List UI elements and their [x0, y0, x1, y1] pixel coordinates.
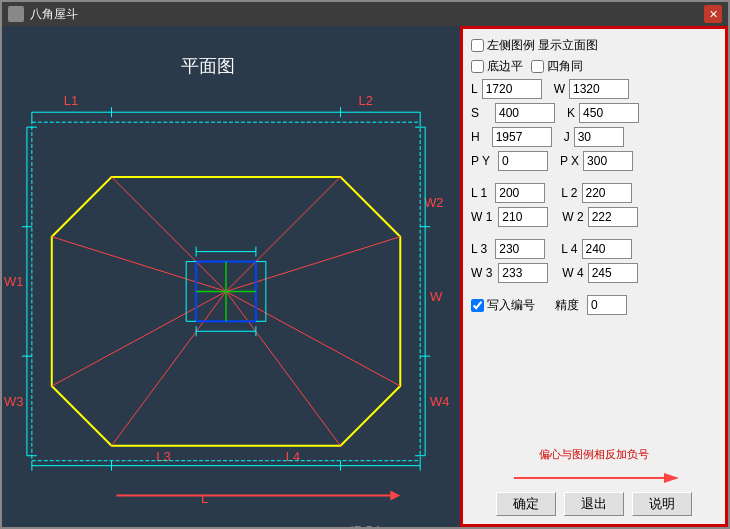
help-button[interactable]: 说明 [632, 492, 692, 516]
plan-title: 平面图 [181, 56, 235, 76]
lw-row: L W [471, 79, 717, 99]
l4-label: L 4 [561, 242, 577, 256]
w3-label: W 3 [471, 266, 492, 280]
svg-text:W2: W2 [424, 195, 443, 210]
bottom-flat-item[interactable]: 底边平 [471, 58, 523, 75]
l3-input[interactable] [495, 239, 545, 259]
left-side-label: 左侧图例 显示立面图 [487, 37, 598, 54]
four-corners-checkbox[interactable] [531, 60, 544, 73]
arrow-svg [504, 468, 684, 488]
write-number-label: 写入编号 [487, 297, 535, 314]
l2-label: L 2 [561, 186, 577, 200]
arrow-row [471, 468, 717, 488]
w1w2-row: W 1 W 2 [471, 207, 717, 227]
offset-note: 偏心与图例相反加负号 [471, 447, 717, 462]
left-side-row: 左侧图例 显示立面图 [471, 37, 717, 54]
l-input[interactable] [482, 79, 542, 99]
px-label: P X [560, 154, 579, 168]
k-label: K [567, 106, 575, 120]
w1-label: W 1 [471, 210, 492, 224]
px-input[interactable] [583, 151, 633, 171]
w4-input[interactable] [588, 263, 638, 283]
l1-input[interactable] [495, 183, 545, 203]
j-input[interactable] [574, 127, 624, 147]
l-label: L [471, 82, 478, 96]
button-row: 确定 退出 说明 [471, 492, 717, 516]
h-input[interactable] [492, 127, 552, 147]
right-panel: 左侧图例 显示立面图 底边平 四角同 L W [460, 26, 728, 527]
svg-text:L: L [201, 492, 208, 507]
write-number-checkbox[interactable] [471, 299, 484, 312]
precision-item: 精度 [555, 295, 627, 315]
svg-text:L4: L4 [286, 449, 300, 464]
l4-input[interactable] [582, 239, 632, 259]
main-window: 八角屋斗 ✕ 平面图 L1 L2 W2 [0, 0, 730, 529]
four-corners-label: 四角同 [547, 58, 583, 75]
svg-text:IR BA: IR BA [350, 524, 381, 527]
cad-drawing: 平面图 L1 L2 W2 [2, 26, 460, 527]
j-label: J [564, 130, 570, 144]
w-label: W [554, 82, 565, 96]
l1-label: L 1 [471, 186, 487, 200]
py-input[interactable] [498, 151, 548, 171]
s-input[interactable] [495, 103, 555, 123]
h-label: H [471, 130, 480, 144]
s-label: S [471, 106, 479, 120]
svg-text:L1: L1 [64, 93, 78, 108]
w2-input[interactable] [588, 207, 638, 227]
w4-label: W 4 [562, 266, 583, 280]
bottom-section: 偏心与图例相反加负号 确定 退出 说明 [471, 447, 717, 516]
write-precision-row: 写入编号 精度 [471, 295, 717, 315]
hj-row: H J [471, 127, 717, 147]
drawing-area: 平面图 L1 L2 W2 [2, 26, 460, 527]
svg-marker-60 [664, 473, 679, 483]
left-side-checkbox[interactable] [471, 39, 484, 52]
title-bar: 八角屋斗 ✕ [2, 2, 728, 26]
precision-label: 精度 [555, 297, 579, 314]
svg-text:L2: L2 [358, 93, 372, 108]
w3-input[interactable] [498, 263, 548, 283]
options-row: 底边平 四角同 [471, 58, 717, 75]
svg-text:W1: W1 [4, 274, 23, 289]
bottom-flat-label: 底边平 [487, 58, 523, 75]
title-icon [8, 6, 24, 22]
svg-text:W3: W3 [4, 394, 23, 409]
pypx-row: P Y P X [471, 151, 717, 171]
svg-text:W4: W4 [430, 394, 449, 409]
window-title: 八角屋斗 [30, 6, 698, 23]
content-area: 平面图 L1 L2 W2 [2, 26, 728, 527]
svg-text:W: W [430, 289, 443, 304]
l2-input[interactable] [582, 183, 632, 203]
four-corners-item[interactable]: 四角同 [531, 58, 583, 75]
l3-label: L 3 [471, 242, 487, 256]
left-side-checkbox-item[interactable]: 左侧图例 显示立面图 [471, 37, 598, 54]
svg-text:L3: L3 [156, 449, 170, 464]
w3w4-row: W 3 W 4 [471, 263, 717, 283]
w-input[interactable] [569, 79, 629, 99]
sk-row: S K [471, 103, 717, 123]
l1l2-row: L 1 L 2 [471, 183, 717, 203]
confirm-button[interactable]: 确定 [496, 492, 556, 516]
precision-input[interactable] [587, 295, 627, 315]
w2-label: W 2 [562, 210, 583, 224]
bottom-flat-checkbox[interactable] [471, 60, 484, 73]
w1-input[interactable] [498, 207, 548, 227]
close-button[interactable]: ✕ [704, 5, 722, 23]
py-label: P Y [471, 154, 490, 168]
l3l4-row: L 3 L 4 [471, 239, 717, 259]
write-number-item[interactable]: 写入编号 [471, 297, 535, 314]
exit-button[interactable]: 退出 [564, 492, 624, 516]
k-input[interactable] [579, 103, 639, 123]
